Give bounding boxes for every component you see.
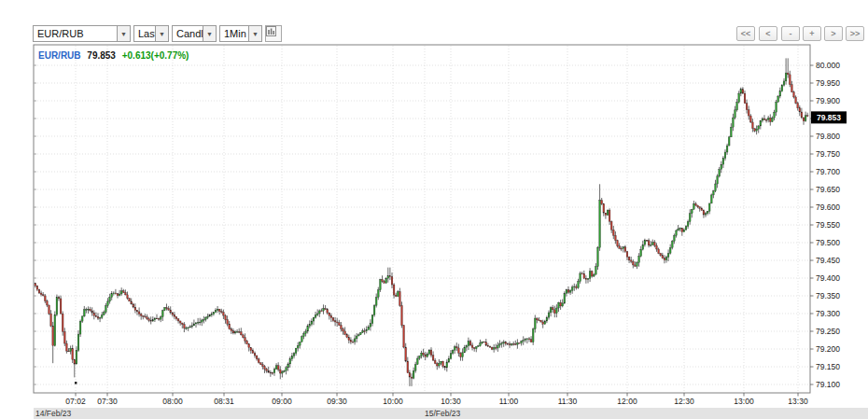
- date-axis-strip: 14/Feb/23 15/Feb/23: [34, 408, 868, 419]
- price-tick-label: 79.550: [816, 220, 840, 230]
- time-tick-label: 11:00: [499, 397, 519, 406]
- scroll-end-button[interactable]: >>: [846, 26, 864, 41]
- legend-last-price: 79.853: [87, 50, 116, 61]
- time-tick-label: 12:00: [617, 397, 637, 406]
- histogram-toggle-button[interactable]: [265, 25, 282, 42]
- legend-symbol: EUR/RUB: [38, 50, 81, 61]
- interval-select-value: 1Min: [220, 26, 248, 41]
- gridlines: [35, 46, 809, 392]
- scroll-left-button[interactable]: <: [759, 26, 777, 41]
- session-date-label: 14/Feb/23: [35, 409, 71, 418]
- time-tick-label: 07:30: [97, 397, 118, 406]
- price-tick-label: 79.650: [816, 185, 840, 194]
- price-tick-label: 79.500: [816, 238, 840, 247]
- session-date-label: 15/Feb/23: [425, 409, 460, 418]
- price-tick-label: 79.400: [816, 273, 840, 283]
- price-tick-label: 79.750: [816, 149, 840, 159]
- time-tick-label: 07:02: [65, 397, 86, 406]
- time-tick-label: 10:30: [441, 397, 461, 406]
- scroll-start-button[interactable]: <<: [736, 26, 755, 41]
- price-tick-label: 79.250: [816, 327, 840, 336]
- time-tick-label: 13:00: [734, 397, 754, 406]
- scroll-right-button[interactable]: >: [824, 26, 843, 41]
- price-tick-label: 79.100: [816, 380, 840, 389]
- price-tick-label: 79.300: [816, 309, 840, 318]
- interval-select[interactable]: 1Min ▼: [219, 25, 262, 42]
- price-tick-label: 79.350: [816, 291, 840, 300]
- time-tick-label: 08:31: [214, 397, 234, 406]
- price-tick-label: 80.000: [816, 61, 840, 70]
- chart-style-select-value: Candle: [173, 26, 203, 41]
- price-tick-label: 79.900: [816, 96, 840, 105]
- time-tick-label: 11:30: [558, 397, 578, 406]
- price-tick-label: 79.950: [816, 78, 840, 88]
- price-tick-label: 79.200: [816, 344, 840, 354]
- time-tick-label: 13:30: [788, 397, 808, 406]
- price-type-select[interactable]: Last ▼: [133, 25, 169, 42]
- time-tick-label: 09:30: [327, 397, 347, 406]
- price-tick-label: 79.450: [816, 256, 840, 265]
- stray-trade-dot: [75, 382, 77, 384]
- candlestick-chart[interactable]: 80.00079.95079.90079.85079.80079.75079.7…: [0, 0, 868, 419]
- price-type-select-value: Last: [134, 26, 155, 41]
- histogram-icon: [266, 26, 276, 36]
- time-tick-label: 10:00: [383, 397, 403, 406]
- trading-chart-window: 80.00079.95079.90079.85079.80079.75079.7…: [0, 0, 868, 419]
- chart-style-select[interactable]: Candle ▼: [172, 25, 217, 42]
- zoom-in-button[interactable]: +: [803, 26, 821, 41]
- last-price-badge-value: 79.853: [817, 113, 841, 122]
- axes: 80.00079.95079.90079.85079.80079.75079.7…: [34, 45, 840, 406]
- zoom-out-button[interactable]: -: [781, 26, 800, 41]
- symbol-select[interactable]: EUR/RUB ▼: [33, 25, 131, 42]
- symbol-select-value: EUR/RUB: [34, 26, 117, 41]
- legend-change: +0.613(+0.77%): [122, 50, 189, 61]
- instrument-legend: EUR/RUB 79.853 +0.613(+0.77%): [38, 50, 189, 61]
- price-tick-label: 79.700: [816, 167, 840, 176]
- price-tick-label: 79.600: [816, 203, 840, 212]
- chevron-down-icon: ▼: [155, 26, 168, 41]
- price-tick-label: 79.150: [816, 362, 840, 371]
- time-tick-label: 09:00: [272, 397, 292, 406]
- price-tick-label: 79.800: [816, 132, 840, 141]
- time-tick-label: 08:00: [162, 397, 183, 406]
- chevron-down-icon: ▼: [248, 26, 261, 41]
- chevron-down-icon: ▼: [203, 26, 216, 41]
- time-tick-label: 12:30: [674, 397, 694, 406]
- chart-toolbar: EUR/RUB ▼ Last ▼ Candle ▼ 1Min ▼ << < - …: [0, 0, 868, 44]
- chevron-down-icon: ▼: [117, 26, 130, 41]
- candles-series: [35, 58, 808, 386]
